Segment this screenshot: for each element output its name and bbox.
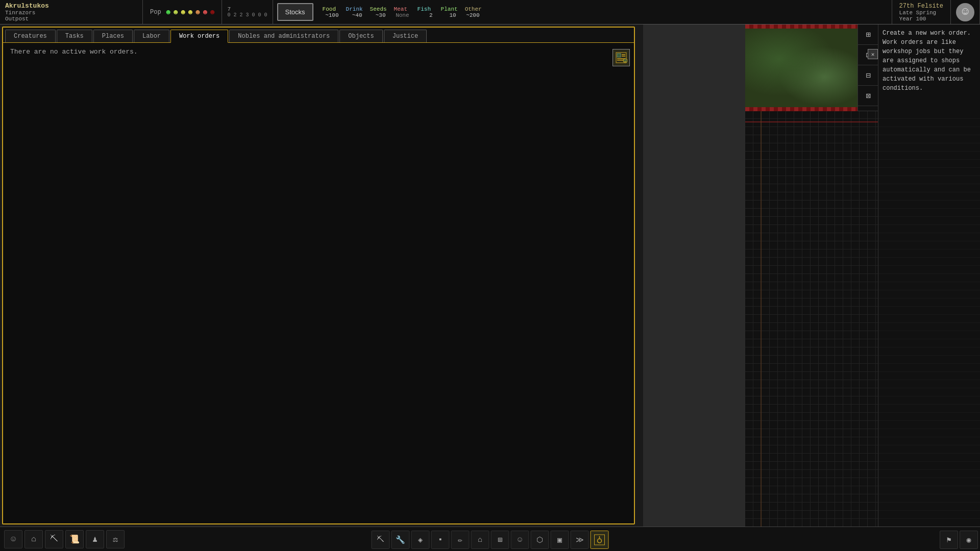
mood-icon-4: ☻: [188, 8, 192, 16]
mood-icon-2: ☻: [174, 8, 178, 16]
fortress-name: Akrulstukos: [5, 2, 137, 10]
add-work-order-icon: +: [615, 52, 627, 64]
plant-label: Plant: [441, 6, 458, 12]
tab-creatures[interactable]: Creatures: [5, 30, 56, 42]
bottom-icon-pick[interactable]: ⛏: [45, 530, 63, 548]
date-section: 27th Felsite Late Spring Year 100: [892, 0, 951, 24]
tool-table[interactable]: ⊞: [491, 531, 509, 549]
mood-icon-5: ☻: [195, 8, 200, 16]
meat-label: Meat: [394, 6, 410, 12]
tool-block[interactable]: ▪: [431, 531, 450, 549]
far-right-toolbar: ⚑ ◉: [940, 531, 978, 549]
drink-value: ~40: [346, 12, 362, 18]
avatar: ☺: [956, 3, 974, 21]
center-toolbar: ⛏ 🔧 ◈ ▪ ✏ ⌂ ⊞ ☺ ⬡ ▣ ≫: [372, 531, 609, 549]
svg-point-9: [598, 539, 602, 543]
game-view: ⊞ ⊡ ⊟ ⊠ Create a new work order. Work or…: [643, 24, 980, 527]
bottom-icon-scales[interactable]: ⚖: [106, 530, 125, 548]
date-year: Year 100: [899, 16, 926, 22]
tool-gem[interactable]: ◈: [411, 531, 430, 549]
pop-total: 7: [227, 6, 231, 12]
tool-more[interactable]: ≫: [571, 531, 589, 549]
pop-label: Pop: [150, 9, 161, 16]
minimap-area: ⊞ ⊡ ⊟ ⊠ Create a new work order. Work or…: [745, 24, 980, 111]
fish-value: 2: [416, 12, 433, 18]
meat-value: None: [393, 12, 409, 18]
fortress-info: Akrulstukos Tinrazors Outpost: [0, 0, 143, 24]
minimap-terrain: [745, 24, 857, 111]
bottom-icon-scroll[interactable]: 📜: [65, 530, 84, 548]
game-world-left[interactable]: [745, 111, 878, 527]
tool-stock[interactable]: [591, 531, 609, 549]
svg-text:+: +: [624, 59, 627, 64]
work-orders-content: There are no active work orders.: [3, 43, 634, 61]
bottom-icon-face[interactable]: ☺: [4, 530, 22, 548]
food-label: Food: [323, 6, 339, 12]
tool-pick[interactable]: ⛏: [372, 531, 390, 549]
pop-count-4: 3: [246, 12, 249, 18]
date-day: 27th Felsite: [899, 3, 943, 10]
mood-icon-7: ☻: [210, 8, 214, 16]
view-mode-btn-4[interactable]: ⊠: [858, 86, 878, 106]
food-value: ~100: [323, 12, 339, 18]
tab-labor[interactable]: Labor: [134, 30, 169, 42]
right-icon-eye[interactable]: ◉: [960, 531, 978, 549]
avatar-section: ☺: [951, 0, 980, 24]
fortress-sub: Tinrazors Outpost: [5, 10, 137, 22]
bottom-icon-crown[interactable]: ♟: [86, 530, 104, 548]
pop-count-3: 2: [239, 12, 242, 18]
tool-person[interactable]: ☺: [511, 531, 529, 549]
tool-hex[interactable]: ⬡: [531, 531, 549, 549]
seeds-label: Seeds: [370, 6, 387, 12]
fortress-type: Tinrazors: [5, 10, 35, 16]
date-season: Late Spring: [899, 10, 937, 16]
mood-icon-3: ☻: [181, 8, 185, 16]
tool-wrench[interactable]: 🔧: [391, 531, 410, 549]
view-mode-btn-1[interactable]: ⊞: [858, 24, 878, 45]
mood-icon-6: ☻: [203, 8, 207, 16]
tab-justice[interactable]: Justice: [384, 30, 427, 42]
right-controls: ⊞ ⊡ ⊟ ⊠: [857, 24, 878, 111]
help-text-content: Create a new work order. Work orders are…: [883, 30, 971, 92]
top-bar: Akrulstukos Tinrazors Outpost Pop ☻ ☻ ☻ …: [0, 0, 980, 24]
tab-nobles[interactable]: Nobles and administrators: [229, 30, 338, 42]
tab-objects[interactable]: Objects: [339, 30, 382, 42]
seeds-value: ~30: [370, 12, 386, 18]
tool-building[interactable]: ⌂: [471, 531, 489, 549]
add-work-order-button[interactable]: +: [612, 49, 630, 66]
tab-tasks[interactable]: Tasks: [57, 30, 92, 42]
pop-count-1: 0: [227, 12, 230, 18]
world-grid: [745, 111, 878, 527]
pop-count-5: 0: [252, 12, 255, 18]
game-world-right[interactable]: [878, 111, 980, 527]
drink-label: Drink: [346, 6, 363, 12]
tab-places[interactable]: Places: [93, 30, 133, 42]
tool-monitor[interactable]: ▣: [551, 531, 569, 549]
right-icon-flag[interactable]: ⚑: [940, 531, 958, 549]
tool-stock-icon: [594, 534, 605, 545]
pop-count-6: 0: [258, 12, 261, 18]
resource-section: Food Drink Seeds Meat Fish Plant Other ~…: [317, 0, 892, 24]
view-mode-btn-3[interactable]: ⊟: [858, 65, 878, 86]
pop-count-7: 0: [264, 12, 267, 18]
mood-icon-1: ☻: [166, 8, 170, 16]
pop-counts: 7 0 2 2 3 0 0 0: [222, 0, 273, 24]
population-section: Pop ☻ ☻ ☻ ☻ ☻ ☻ ☻: [143, 0, 222, 24]
tab-bar: Creatures Tasks Places Labor Work orders…: [3, 28, 634, 43]
fish-label: Fish: [418, 6, 434, 12]
tool-pen[interactable]: ✏: [451, 531, 470, 549]
minimap: [745, 24, 857, 111]
pop-count-2: 2: [233, 12, 236, 18]
other-label: Other: [465, 6, 482, 12]
bottom-icon-home[interactable]: ⌂: [24, 530, 43, 548]
svg-rect-1: [617, 54, 621, 57]
stocks-button[interactable]: Stocks: [277, 3, 313, 21]
no-work-orders-message: There are no active work orders.: [10, 48, 138, 56]
tab-work-orders[interactable]: Work orders: [170, 30, 228, 43]
other-value: ~200: [463, 12, 480, 18]
main-content-area: Creatures Tasks Places Labor Work orders…: [2, 27, 635, 524]
plant-value: 10: [440, 12, 456, 18]
fortress-location: Outpost: [5, 16, 29, 22]
close-button[interactable]: ✕: [868, 49, 878, 59]
